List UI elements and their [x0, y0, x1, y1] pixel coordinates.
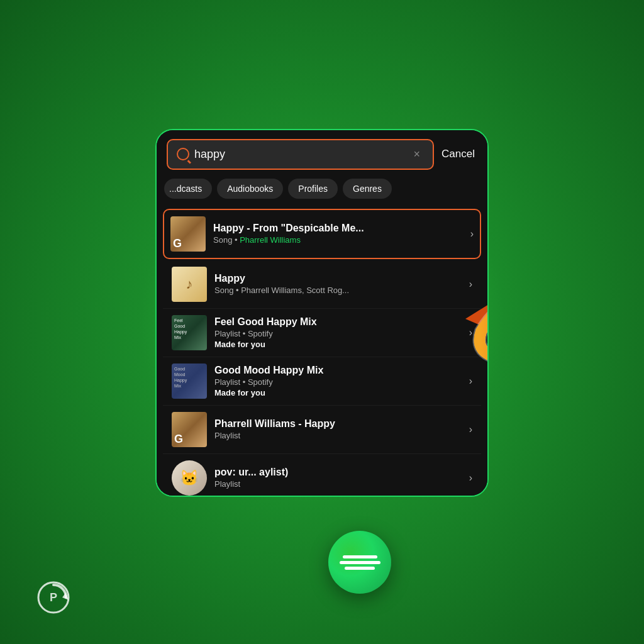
album-art-3: [172, 315, 207, 350]
result-item-5[interactable]: Pharrell Williams - Happy Playlist ›: [163, 405, 481, 453]
album-art-1: [170, 216, 206, 252]
result-title-3: Feel Good Happy Mix: [214, 316, 462, 328]
spotify-circle: [328, 531, 391, 594]
phone-container: happy × Cancel ...dcasts Audiobooks Prof…: [155, 129, 489, 497]
spotify-bar-3: [345, 567, 375, 570]
result-info-6: pov: ur... aylist) Playlist: [214, 467, 462, 489]
tab-podcasts[interactable]: ...dcasts: [164, 179, 212, 199]
result-item-4[interactable]: Good Mood Happy Mix Playlist • Spotify M…: [163, 357, 481, 405]
result-subtitle-2: Song • Pharrell Williams, Scott Rog...: [214, 286, 462, 295]
result-title-6: pov: ur... aylist): [214, 467, 462, 478]
chevron-1: ›: [470, 228, 474, 240]
search-query: happy: [194, 148, 405, 161]
result-item-2[interactable]: Happy Song • Pharrell Williams, Scott Ro…: [163, 260, 481, 308]
result-title-2: Happy: [214, 273, 462, 284]
search-icon: [177, 148, 189, 160]
chevron-2: ›: [469, 279, 472, 290]
spotify-logo: [328, 531, 391, 594]
spotify-bar-2: [340, 561, 380, 564]
cancel-button[interactable]: Cancel: [439, 148, 477, 160]
album-art-2: [172, 267, 207, 302]
result-meta-4: Made for you: [214, 388, 462, 397]
chevron-5: ›: [469, 424, 472, 435]
result-title-1: Happy - From "Despicable Me...: [213, 223, 463, 234]
tab-audiobooks[interactable]: Audiobooks: [217, 179, 283, 199]
album-art-6: 🐱: [172, 460, 207, 496]
spotify-bar-1: [343, 555, 377, 558]
result-item-3[interactable]: Feel Good Happy Mix Playlist • Spotify M…: [163, 308, 481, 357]
tab-profiles[interactable]: Profiles: [288, 179, 338, 199]
filter-tabs: ...dcasts Audiobooks Profiles Genres: [157, 179, 487, 208]
result-item-1[interactable]: Happy - From "Despicable Me... Song • Ph…: [163, 209, 481, 259]
search-input-wrap[interactable]: happy ×: [167, 139, 434, 170]
chevron-4: ›: [469, 375, 472, 387]
brand-icon: P: [35, 579, 72, 616]
chevron-6: ›: [469, 472, 472, 484]
result-subtitle-3: Playlist • Spotify: [214, 329, 462, 338]
chevron-3: ›: [469, 327, 472, 338]
result-info-5: Pharrell Williams - Happy Playlist: [214, 418, 462, 440]
result-info-3: Feel Good Happy Mix Playlist • Spotify M…: [214, 316, 462, 349]
result-meta-3: Made for you: [214, 340, 462, 349]
album-art-4: [172, 364, 207, 399]
result-title-5: Pharrell Williams - Happy: [214, 418, 462, 430]
clear-button[interactable]: ×: [410, 147, 425, 162]
search-bar: happy × Cancel: [157, 130, 487, 179]
result-subtitle-5: Playlist: [214, 431, 462, 440]
result-subtitle-4: Playlist • Spotify: [214, 377, 462, 387]
result-info-1: Happy - From "Despicable Me... Song • Ph…: [213, 223, 463, 245]
result-info-2: Happy Song • Pharrell Williams, Scott Ro…: [214, 273, 462, 295]
album-art-5: [172, 412, 207, 447]
result-item-6[interactable]: 🐱 pov: ur... aylist) Playlist ›: [163, 453, 481, 496]
results-list: Happy - From "Despicable Me... Song • Ph…: [157, 209, 487, 496]
result-subtitle-6: Playlist: [214, 479, 462, 489]
svg-text:P: P: [50, 591, 57, 604]
result-subtitle-1: Song • Pharrell Williams: [213, 235, 463, 245]
result-info-4: Good Mood Happy Mix Playlist • Spotify M…: [214, 365, 462, 397]
brand-watermark: P: [35, 579, 72, 619]
tab-genres[interactable]: Genres: [343, 179, 392, 199]
result-title-4: Good Mood Happy Mix: [214, 365, 462, 376]
